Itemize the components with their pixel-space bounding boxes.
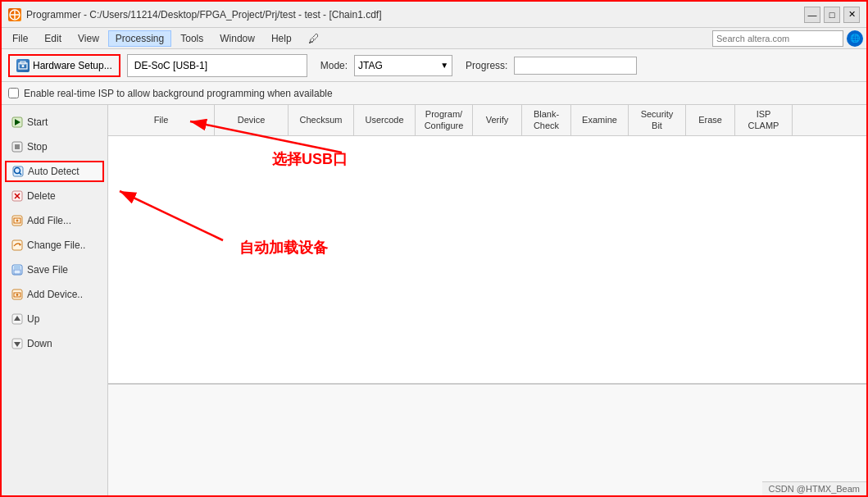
- up-label: Up: [27, 313, 39, 325]
- down-label: Down: [27, 338, 52, 349]
- menu-help-icon[interactable]: 🖊: [301, 30, 327, 48]
- table-header: File Device Checksum Usercode Program/Co…: [108, 105, 866, 136]
- down-button[interactable]: Down: [5, 333, 104, 354]
- delete-button[interactable]: Delete: [5, 185, 104, 207]
- col-header-usercode: Usercode: [354, 105, 416, 135]
- menu-window[interactable]: Window: [212, 30, 262, 47]
- progress-bar: [514, 57, 637, 75]
- menu-bar: File Edit View Processing Tools Window H…: [2, 28, 866, 49]
- minimize-button[interactable]: —: [804, 7, 820, 23]
- svg-rect-9: [15, 144, 20, 149]
- adddevice-icon: [11, 288, 24, 301]
- add-file-label: Add File...: [27, 215, 71, 226]
- change-file-button[interactable]: Change File..: [5, 235, 104, 256]
- realtime-isp-checkbox[interactable]: [8, 88, 19, 98]
- device-field[interactable]: DE-SoC [USB-1]: [127, 54, 307, 77]
- output-area: [108, 384, 866, 497]
- checkbox-row: Enable real-time ISP to allow background…: [2, 82, 866, 105]
- window-title: Programmer - C:/Users/11214/Desktop/FPGA…: [26, 9, 381, 21]
- content-area: File Device Checksum Usercode Program/Co…: [108, 105, 866, 497]
- table-body: [108, 136, 866, 384]
- app-window: Programmer - C:/Users/11214/Desktop/FPGA…: [0, 0, 868, 497]
- sidebar: Start Stop: [2, 105, 108, 497]
- menu-tools[interactable]: Tools: [173, 30, 211, 47]
- hw-icon: [16, 59, 30, 72]
- down-icon: [11, 337, 24, 350]
- col-header-examine: Examine: [571, 105, 629, 135]
- start-button[interactable]: Start: [5, 112, 104, 133]
- add-file-button[interactable]: Add File...: [5, 210, 104, 231]
- stop-button[interactable]: Stop: [5, 136, 104, 157]
- hw-setup-label: Hardware Setup...: [33, 60, 112, 71]
- add-device-label: Add Device..: [27, 289, 83, 300]
- up-button[interactable]: Up: [5, 308, 104, 330]
- progress-label: Progress:: [466, 60, 507, 71]
- mode-select[interactable]: JTAG ▼: [354, 55, 452, 76]
- auto-detect-label: Auto Detect: [28, 166, 80, 177]
- mode-label: Mode:: [320, 60, 348, 71]
- menu-view[interactable]: View: [70, 30, 107, 47]
- menu-processing[interactable]: Processing: [108, 30, 171, 47]
- toolbar: Hardware Setup... DE-SoC [USB-1] Mode: J…: [2, 49, 866, 82]
- dropdown-arrow-icon: ▼: [440, 61, 448, 70]
- close-button[interactable]: ✕: [843, 7, 860, 23]
- hardware-setup-button[interactable]: Hardware Setup...: [8, 54, 120, 77]
- svg-rect-23: [14, 265, 20, 269]
- col-header-checksum: Checksum: [289, 105, 354, 135]
- col-header-security: SecurityBit: [629, 105, 686, 135]
- add-device-button[interactable]: Add Device..: [5, 284, 104, 305]
- menu-items: File Edit View Processing Tools Window H…: [5, 30, 327, 48]
- title-bar-left: Programmer - C:/Users/11214/Desktop/FPGA…: [8, 8, 381, 21]
- col-header-verify: Verify: [473, 105, 522, 135]
- col-header-blank: Blank-Check: [522, 105, 571, 135]
- title-bar: Programmer - C:/Users/11214/Desktop/FPGA…: [2, 2, 866, 28]
- start-icon: [11, 116, 24, 129]
- savefile-icon: [11, 263, 24, 276]
- up-icon: [11, 312, 24, 326]
- save-file-label: Save File: [27, 264, 68, 276]
- col-header-program: Program/Configure: [416, 105, 473, 135]
- search-globe-icon: 🌐: [847, 30, 863, 47]
- delete-icon: [11, 189, 24, 203]
- changefile-icon: [11, 239, 24, 252]
- col-header-file: File: [108, 105, 215, 135]
- auto-detect-button[interactable]: Auto Detect: [5, 161, 104, 182]
- col-header-erase: Erase: [686, 105, 735, 135]
- menu-file[interactable]: File: [5, 30, 35, 47]
- start-label: Start: [27, 116, 48, 128]
- change-file-label: Change File..: [27, 239, 85, 251]
- menu-help[interactable]: Help: [264, 30, 299, 47]
- search-input[interactable]: [712, 30, 843, 47]
- stop-icon: [11, 140, 24, 153]
- realtime-isp-label: Enable real-time ISP to allow background…: [24, 88, 333, 99]
- col-header-device: Device: [215, 105, 289, 135]
- footer: CSDN @HTMX_Beam: [762, 481, 866, 495]
- main-area: Start Stop: [2, 105, 866, 497]
- menu-edit[interactable]: Edit: [37, 30, 69, 47]
- col-header-isp: ISPCLAMP: [735, 105, 793, 135]
- delete-label: Delete: [27, 190, 56, 202]
- svg-point-5: [22, 65, 25, 67]
- window-controls: — □ ✕: [804, 7, 860, 23]
- footer-text: CSDN @HTMX_Beam: [769, 484, 860, 494]
- addfile-icon: [11, 214, 24, 227]
- svg-rect-20: [12, 240, 22, 250]
- save-file-button[interactable]: Save File: [5, 259, 104, 280]
- search-area: 🌐: [712, 30, 863, 47]
- autodetect-icon: [11, 165, 25, 178]
- stop-label: Stop: [27, 141, 48, 153]
- app-icon: [8, 8, 21, 21]
- maximize-button[interactable]: □: [824, 7, 840, 23]
